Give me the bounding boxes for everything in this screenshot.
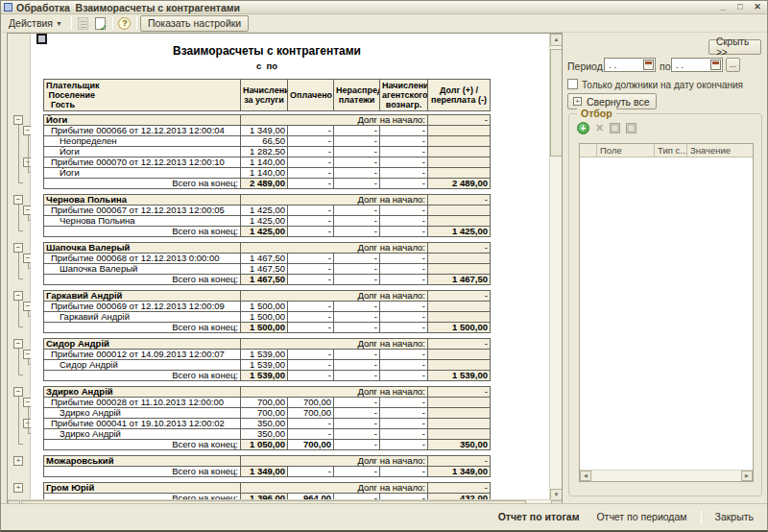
only-debtors-checkbox[interactable] [567,79,578,89]
delete-filter-icon[interactable]: ✕ [595,122,604,134]
collapse-group-icon[interactable]: − [13,291,23,301]
group-header-row: Шапочка ВалерыйДолг на начало:- [44,243,491,254]
close-form-button[interactable]: Закрыть [711,509,757,524]
report-title: Взаиморасчеты с контрагентами [43,44,491,58]
detail-row: Прибытие 000070 от 12.12.2013 12:00:101 … [44,157,491,168]
total-row: Всего на конец:2 489,00---2 489,00 [44,179,491,189]
show-settings-button[interactable]: Показать настройки [140,15,249,32]
detail-row: Неопределен66,50--- [44,136,491,147]
group-header-row: Гаркавий АндрійДолг на начало:- [44,291,491,302]
collapse-group-icon[interactable]: − [13,339,23,349]
report-header-row: Плательщик Поселение ГостьНачисление за … [43,79,491,111]
report-group: Гаркавий АндрійДолг на начало:-Прибытие … [43,290,491,333]
maximize-button[interactable]: □ [734,2,746,12]
calendar-icon[interactable] [643,60,654,70]
report-group: Здирко АндрійДолг на начало:-Прибытие 00… [43,386,491,450]
detail-row: Сидор Андрій1 539,00--- [44,360,491,371]
report-group: ЙогиДолг на начало:-Прибытие 000066 от 1… [43,114,491,189]
detail-row: Здирко Андрій700,00700,00-- [44,408,491,419]
vertical-scroll-thumb[interactable] [550,49,563,157]
toolbar-separator [112,16,113,30]
add-filter-icon[interactable]: + [577,122,589,134]
total-row: Всего на конец:1 050,00700,00--350,00 [44,440,491,450]
report-group: Гром ЮрійДолг на начало:-Всего на конец:… [43,482,491,501]
detail-row: Йоги1 282,50--- [44,147,491,157]
column-header: Начисление за услуги [241,80,288,111]
toolbar: Действия ▼ ? Показать настройки [1,14,767,33]
column-header: Плательщик Поселение Гость [44,80,241,111]
help-icon[interactable]: ? [117,15,132,31]
detail-row: Прибытие 000067 от 12.12.2013 12:00:051 … [44,206,491,216]
filter-list-header: Поле Тип с... Значение [580,144,753,157]
filter-horizontal-scrollbar[interactable]: ◀ ▶ [580,470,753,481]
detail-row: Здирко Андрій350,00--- [44,429,491,440]
actions-button[interactable]: Действия ▼ [3,15,68,31]
footer-bar: Отчет по итогам Отчет по периодам Закрыт… [1,503,767,528]
group-header-row: Гром ЮрійДолг на начало:- [44,483,491,494]
toolbar-separator [136,16,137,30]
report-icon[interactable] [76,15,91,31]
title-bar: Обработка Взаиморасчеты с контрагентами … [1,1,767,14]
close-button[interactable]: ✕ [752,2,763,12]
filter-list: Поле Тип с... Значение ◀ ▶ [579,143,754,482]
column-header: Оплачено [288,80,334,111]
filter-compare-column: Тип с... [655,144,687,157]
window-title: Обработка Взаиморасчеты с контрагентами [16,2,240,13]
calendar-icon[interactable] [710,60,721,70]
scroll-left-icon[interactable]: ◀ [580,471,591,481]
load-filter-icon[interactable] [626,123,636,133]
detail-row: Йоги1 140,00--- [44,168,491,179]
scroll-right-icon[interactable]: ▶ [741,471,753,481]
filter-title: Отбор [577,108,616,119]
detail-row: Гаркавий Андрій1 500,00--- [44,312,491,323]
expand-group-icon[interactable]: + [13,483,23,493]
detail-row: Прибытие 000012 от 14.09.2013 12:00:071 … [44,350,491,360]
report-sheet: Взаиморасчеты с контрагентами с по Плате… [31,34,551,501]
column-header: Нераспред. платежи [334,80,380,111]
actions-label: Действия [9,17,53,29]
group-header-row: Здирко АндрійДолг на начало:- [44,387,491,398]
total-row: Всего на конец:1 425,00---1 425,00 [44,227,491,237]
minimize-button[interactable]: _ [717,2,729,12]
group-header-row: ЙогиДолг на начало:- [44,115,491,126]
group-header-row: МожаровськийДолг на начало:- [44,456,491,467]
collapse-group-icon[interactable]: − [13,195,23,205]
filter-check-column [580,144,597,157]
filter-groupbox: Отбор + ✕ Поле Тип с... Значение ◀ ▶ [568,113,762,496]
report-group: Шапочка ВалерыйДолг на начало:-Прибытие … [43,242,491,285]
report-area: −−−−−−−−−−−−−−++ Взаиморасчеты с контраг… [7,33,563,513]
group-header-row: Сидор АндрійДолг на начало:- [44,339,491,350]
report-groups: ЙогиДолг на начало:-Прибытие 000066 от 1… [43,114,504,501]
section-marker[interactable] [36,34,47,44]
export-report-icon[interactable] [93,15,108,31]
detail-row: Прибытие 000066 от 12.12.2013 12:00:041 … [44,126,491,136]
collapse-group-icon[interactable]: − [13,243,23,253]
window-icon [4,3,12,12]
settings-panel: Скрыть >> Период с: . . по: . . ... Толь… [565,33,766,505]
vertical-scrollbar[interactable]: ▲ ▼ [549,34,562,501]
collapse-group-icon[interactable]: − [13,115,23,125]
collapse-group-icon[interactable]: − [13,387,23,397]
report-by-totals-button[interactable]: Отчет по итогам [494,509,584,524]
total-row: Всего на конец:1 500,00---1 500,00 [44,323,491,333]
column-header: Начисление агентского вознагр. [380,80,428,111]
expand-group-icon[interactable]: + [13,456,23,466]
period-more-button[interactable]: ... [726,58,740,72]
report-by-periods-button[interactable]: Отчет по периодам [592,509,690,524]
detail-row: Прибытие 000041 от 19.10.2013 12:00:0235… [44,419,491,429]
footer-separator [701,510,702,523]
detail-row: Прибытие 000068 от 12.12.2013 0:00:001 4… [44,254,491,264]
column-header: Долг (+) / переплата (-) [428,80,491,111]
app-window: Обработка Взаиморасчеты с контрагентами … [0,0,768,532]
detail-row: Чернова Польина1 425,00--- [44,216,491,227]
group-header-row: Чернова ПольинаДолг на начало:- [44,195,491,206]
total-row: Всего на конец:1 349,00---1 349,00 [44,467,491,477]
scroll-up-icon[interactable]: ▲ [550,34,563,46]
hide-settings-button[interactable]: Скрыть >> [708,39,761,55]
chevron-down-icon: ▼ [56,20,62,27]
report-group: Сидор АндрійДолг на начало:-Прибытие 000… [43,338,491,381]
save-filter-icon[interactable] [610,123,620,133]
detail-row: Прибытие 000028 от 11.10.2013 12:00:0070… [44,398,491,408]
total-row: Всего на конец:1 467,50---1 467,50 [44,275,491,285]
detail-row: Прибытие 000069 от 12.12.2013 12:00:091 … [44,302,491,312]
